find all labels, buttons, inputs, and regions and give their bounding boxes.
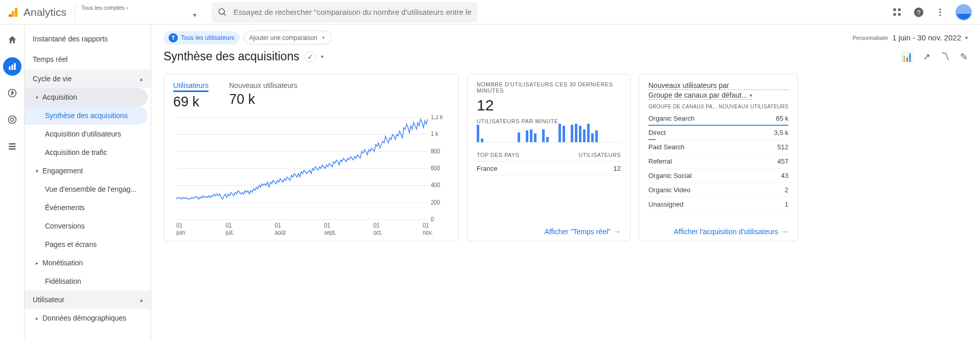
row-value: 12 [614,165,621,172]
sidebar-item-label: Instantané des rapports [33,35,108,43]
metric-value: 70 k [229,92,297,107]
svg-point-11 [939,8,941,10]
sidebar-item-engagement-overview[interactable]: Vue d'ensemble de l'engag... [25,180,148,198]
spark-bar [558,124,561,142]
content-area: T Tous les utilisateurs Ajouter une comp… [151,25,980,340]
edit-icon[interactable]: ✎ [960,51,968,62]
verified-icon[interactable]: ✓ [305,51,316,62]
chevron-up-icon: ▴ [140,76,143,82]
table-row: France12 [477,162,621,176]
chevron-down-icon[interactable]: ▾ [321,54,323,59]
dimension-picker[interactable]: Groupe de canaux par défaut... ▾ [648,91,752,100]
row-value: 1 [785,200,788,208]
chevron-down-icon: ▾ [750,93,752,98]
svg-rect-20 [9,143,15,145]
spark-bar [518,132,520,142]
metric-new-users[interactable]: Nouveaux utilisateurs 70 k [229,81,297,110]
dimension-label: Groupe de canaux par défaut... [648,91,748,99]
sidebar-item-snapshot[interactable]: Instantané des rapports [25,29,148,49]
sidebar-section-lifecycle[interactable]: Cycle de vie ▴ [25,70,151,88]
share-icon[interactable]: ↗ [923,51,930,62]
search-bar[interactable] [212,2,477,22]
acq-footer-link[interactable]: Afficher l'acquisition d'utilisateurs → [648,224,788,236]
page-title-text: Synthèse des acquisitions [164,50,299,63]
sidebar-item-conversions[interactable]: Conversions [25,217,148,235]
col-right: UTILISATEURS [578,152,621,158]
chevron-down-icon: ▾ [36,95,38,100]
sidebar-group-monetisation[interactable]: ▸ Monétisation [25,254,148,272]
chevron-down-icon: ▾ [965,35,968,40]
sidebar-item-user-acquisition[interactable]: Acquisition d'utilisateurs [25,125,148,143]
apps-icon[interactable] [891,6,903,18]
sidebar-group-acquisition[interactable]: ▾ Acquisition [25,88,148,106]
plus-icon: ＋ [320,33,326,42]
insights-icon[interactable]: 〽 [941,51,950,62]
rail-explore[interactable] [3,84,21,102]
row-name: Organic Video [648,186,690,194]
sidebar-item-traffic-acquisition[interactable]: Acquisition de trafic [25,143,148,162]
help-icon[interactable]: ? [913,6,925,18]
product-logo[interactable]: Analytics [8,6,66,18]
account-picker[interactable]: Tous les comptes › ▼ [75,5,197,20]
spark-bar [595,130,598,142]
svg-rect-8 [898,13,901,15]
svg-text:1,2 k: 1,2 k [431,115,443,120]
rail-home[interactable] [3,31,21,49]
page-actions: 📊 ↗ 〽 ✎ [901,51,968,62]
sidebar-group-engagement[interactable]: ▾ Engagement [25,162,148,180]
sidebar-section-user[interactable]: Utilisateur ▴ [25,290,151,309]
metric-users[interactable]: Utilisateurs 69 k [173,81,208,110]
search-input[interactable] [234,8,471,16]
svg-text:oct.: oct. [374,229,383,236]
row-name: Organic Search [648,115,694,122]
table-row: Organic Social43 [648,169,788,183]
acq-columns: GROUPE DE CANAUX PA... NOUVEAUX UTILISAT… [648,100,788,111]
sidebar-item-pages-screens[interactable]: Pages et écrans [25,235,148,254]
page-title: Synthèse des acquisitions ✓ ▾ [164,50,323,63]
date-range-picker[interactable]: Personnalisée 1 juin - 30 nov. 2022 ▾ [852,33,968,42]
svg-text:sept.: sept. [324,229,336,236]
spark-bar [481,139,483,142]
svg-text:01: 01 [225,222,231,229]
chevron-up-icon: ▴ [140,297,143,303]
card-realtime: NOMBRE D'UTILISATEURS CES 30 DERNIÈRES M… [467,74,631,241]
app-header: Analytics Tous les comptes › ▼ ? [0,0,980,25]
row-name: Paid Search [648,143,685,151]
svg-point-18 [8,116,16,124]
more-vert-icon[interactable] [934,6,946,18]
table-row: Organic Search65 k [648,111,788,126]
profile-avatar[interactable] [955,4,972,20]
spark-bar [534,133,536,142]
chip-label: Ajouter une comparaison [249,34,317,41]
rt-columns: TOP DES PAYS UTILISATEURS [477,149,621,162]
svg-text:0: 0 [431,215,434,222]
svg-rect-15 [11,65,13,70]
svg-rect-5 [894,8,896,11]
row-value: 43 [781,172,788,179]
svg-text:01: 01 [423,222,429,229]
date-value: 1 juin - 30 nov. 2022 [892,33,961,42]
rt-sparkbars [477,124,621,143]
chip-all-users[interactable]: T Tous les utilisateurs [164,31,240,44]
rail-configure[interactable] [3,137,21,155]
sidebar-item-events[interactable]: Événements [25,198,148,217]
rail-reports[interactable] [3,57,21,76]
customize-icon[interactable]: 📊 [901,51,913,62]
chip-add-comparison[interactable]: Ajouter une comparaison ＋ [244,31,332,44]
sidebar-group-retention[interactable]: Fidélisation [25,272,148,290]
svg-text:200: 200 [431,198,440,206]
rt-footer-link[interactable]: Afficher "Temps réel" → [477,224,621,236]
line-chart: 02004006008001 k1,2 k01juin01juil.01août… [173,115,449,236]
arrow-right-icon: → [781,228,788,236]
sidebar-item-realtime[interactable]: Temps réel [25,49,148,70]
arrow-right-icon: → [614,228,621,236]
sidebar-group-demographics[interactable]: ▸ Données démographiques [25,309,148,327]
svg-text:01: 01 [324,222,330,229]
svg-text:01: 01 [275,222,281,229]
acq-rows: Organic Search65 k Direct3,5 k Paid Sear… [648,111,788,212]
rt-header: NOMBRE D'UTILISATEURS CES 30 DERNIÈRES M… [477,81,621,94]
comparison-chips: T Tous les utilisateurs Ajouter une comp… [164,31,332,44]
rail-advertising[interactable] [3,110,21,129]
sidebar-item-acquisition-overview[interactable]: Synthèse des acquisitions [25,106,148,125]
table-row: Unassigned1 [648,197,788,212]
